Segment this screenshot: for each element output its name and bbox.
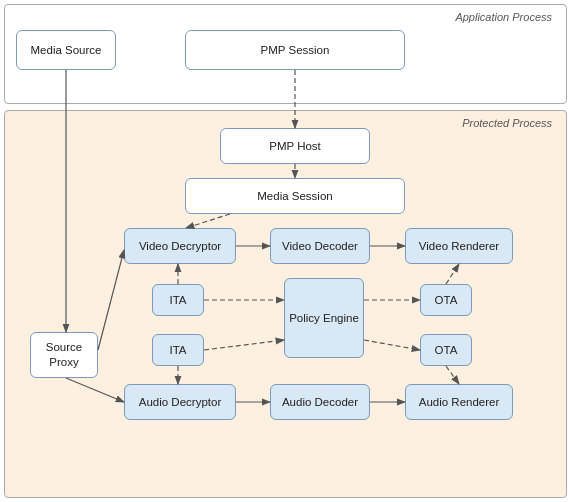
diagram-container: Application Process Protected Process Me… [0,0,571,502]
video-decryptor-box: Video Decryptor [124,228,236,264]
ota-top-box: OTA [420,284,472,316]
pmp-host-box: PMP Host [220,128,370,164]
ita-bottom-box: ITA [152,334,204,366]
ita-top-box: ITA [152,284,204,316]
audio-decryptor-box: Audio Decryptor [124,384,236,420]
media-session-box: Media Session [185,178,405,214]
source-proxy-box: Source Proxy [30,332,98,378]
app-process-label: Application Process [455,11,552,23]
audio-renderer-box: Audio Renderer [405,384,513,420]
pmp-session-box: PMP Session [185,30,405,70]
media-source-box: Media Source [16,30,116,70]
audio-decoder-box: Audio Decoder [270,384,370,420]
policy-engine-box: Policy Engine [284,278,364,358]
video-renderer-box: Video Renderer [405,228,513,264]
protected-process-label: Protected Process [462,117,552,129]
ota-bottom-box: OTA [420,334,472,366]
video-decoder-box: Video Decoder [270,228,370,264]
